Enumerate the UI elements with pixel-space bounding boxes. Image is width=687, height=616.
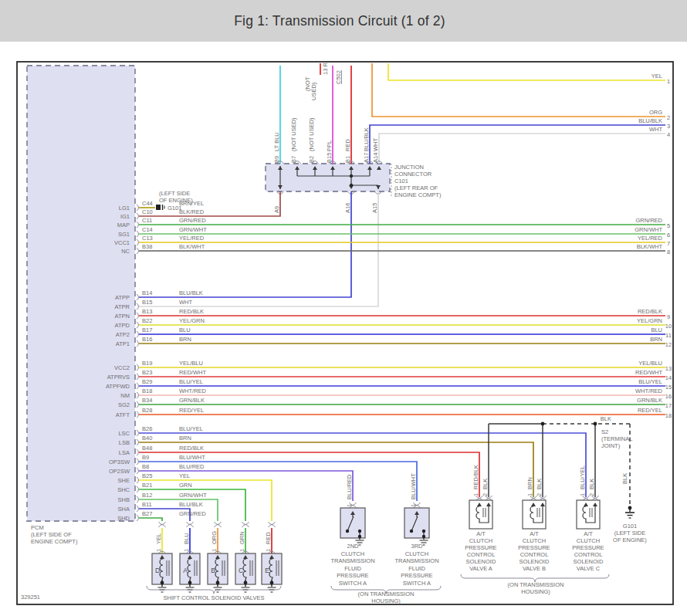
caption-line: C101 (394, 178, 408, 184)
wire-color-label: GRN/BLK (179, 397, 205, 404)
pin-label: B29 (142, 378, 152, 385)
pin-label: 1 (472, 493, 479, 496)
wire-color-label: YEL/BLU (638, 360, 662, 367)
signal-label: ATPFWD (106, 383, 130, 390)
wire-color-label: BLU (179, 327, 191, 333)
connector-label: C502 (335, 70, 342, 84)
wire-color-label: GRN/RED (635, 217, 662, 224)
component-caption: CLUTCH (405, 550, 428, 557)
pin-label: A9 (273, 206, 280, 213)
wire-color-label: BRN (179, 336, 191, 343)
note-label: USED) (310, 82, 317, 100)
note-label: OF ENGINE) (613, 536, 647, 543)
wiring-diagram-svg: LG1 C44 BRN/YEL IG1 C10 BLK/RED MAP C11 … (0, 0, 687, 616)
signal-label: ATP2 (116, 331, 130, 338)
wire-color-label: BLU/WHT (179, 454, 205, 461)
wire-color-label: WHT (649, 126, 662, 133)
component-caption: PRESSURE (401, 572, 432, 579)
pin-label: A17 (363, 153, 370, 163)
wire-color-label: BLU/BLK (363, 127, 370, 151)
component-caption: CLUTCH (523, 537, 546, 544)
component-caption: TRANSMISSION (394, 557, 438, 564)
component-caption: CONTROL (467, 551, 496, 558)
module-label: ENGINE COMPT) (31, 538, 78, 545)
wire-color-label: ORG (649, 109, 662, 116)
pin-label: 1 (211, 549, 218, 552)
wire-color-label: BLU/RED (346, 474, 353, 499)
signal-label: SHD (117, 515, 130, 522)
signal-label: NC (121, 248, 130, 255)
valve-letter: C (239, 567, 243, 574)
component-caption: SWITCH A (339, 580, 367, 587)
wire-color-label: YEL/RED (638, 235, 663, 242)
terminal-number: 11 (665, 332, 672, 339)
wire-color-label: RED (344, 139, 351, 151)
component-caption: A/T (530, 530, 539, 537)
wire-color-label: BLK (621, 473, 628, 484)
pin-label: B2 (308, 156, 315, 163)
location-note: HOUSING) (371, 597, 401, 604)
component-caption: SHIFT CONTROL SOLENOID VALVES (163, 594, 264, 601)
wire-color-label: BLK (588, 479, 595, 489)
pin-label: B13 (142, 308, 152, 315)
signal-label: IG1 (120, 213, 130, 220)
signal-label: LG1 (119, 205, 130, 212)
pin-label: 1 (239, 549, 245, 552)
wire-color-label: WHT (372, 138, 379, 151)
terminal-number: 16 (665, 393, 672, 400)
location-note: (ON TRANSMISSION (508, 581, 564, 588)
component-caption: FLUID (344, 565, 361, 572)
terminal-number: 15 (665, 384, 672, 391)
signal-label: VCC2 (114, 364, 130, 371)
valve-letter: B (211, 567, 215, 574)
wire-color-label: (NOT USED) (308, 117, 315, 151)
component-caption: VALVE C (577, 565, 601, 572)
pin-label: 2 (482, 493, 489, 496)
wire-color-label: YEL/GRN (637, 317, 662, 324)
component-caption: PRESSURE (518, 544, 550, 551)
signal-label: OP3SW (109, 459, 130, 465)
pin-label: B9 (273, 156, 280, 163)
pin-label: B28 (142, 407, 152, 414)
component-caption: A/T (584, 530, 593, 537)
wire-color-label: BLU/WHT (410, 473, 417, 499)
wire-color-label: RED (265, 532, 272, 544)
wire-color-label: BRN (526, 477, 533, 489)
signal-label: ATPD (115, 322, 130, 329)
wire-color-label: GRN/WHT (179, 226, 207, 233)
signal-label: VCC1 (114, 239, 130, 246)
pin-label: 1 (265, 549, 272, 552)
wire-color-label: YEL/BLU (179, 360, 203, 367)
wire-color-label: YEL (651, 73, 662, 80)
doc-number: 329251 (21, 594, 40, 601)
location-note: HOUSING) (521, 588, 550, 595)
pin-label: 1 (183, 549, 190, 552)
wire-color-label: BLU/YEL (579, 465, 586, 489)
wire-color-label: YEL/RED (179, 235, 205, 242)
pin-label: B38 (142, 243, 152, 250)
component-caption: PRESSURE (572, 544, 604, 551)
component-caption: CONTROL (574, 551, 603, 558)
signal-label: ATP1 (116, 340, 130, 347)
pin-label: B9 (142, 454, 149, 461)
component-caption: CONTROL (520, 551, 549, 558)
pin-label: B23 (142, 369, 152, 376)
wire-color-label: BLK (601, 415, 611, 422)
signal-label: ATPR (115, 303, 130, 310)
signal-label: LSB (119, 439, 130, 446)
component-caption: PRESSURE (337, 572, 368, 579)
wire-color-label: RED/BLK (472, 465, 479, 489)
wire-color-label: RED/BLK (179, 308, 204, 315)
component-caption: VALVE A (469, 565, 492, 572)
ground-label: G101 (168, 205, 181, 212)
pin-label: A16 (344, 203, 351, 213)
pin-label: B40 (142, 435, 152, 442)
component-caption: CLUTCH (577, 537, 600, 544)
wire-color-label: BLK/WHT (637, 243, 663, 250)
caption-line: ENGINE COMPT) (394, 191, 442, 198)
pin-label: B25 (142, 472, 152, 479)
wire-color-label: RED/BLK (179, 445, 204, 452)
valve-letter: A (183, 567, 188, 574)
terminal-number: 12 (665, 341, 672, 348)
component-caption: VALVE B (523, 565, 546, 572)
